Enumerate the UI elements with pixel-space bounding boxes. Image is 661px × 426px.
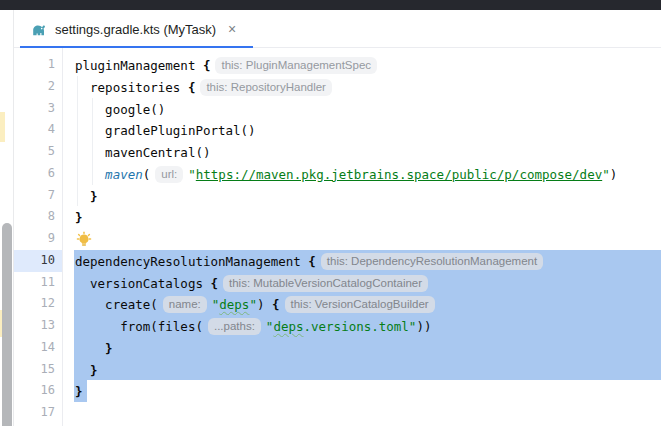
code-token: ( (143, 167, 151, 182)
code-token: } (75, 384, 83, 399)
warning-stripe-marker (0, 112, 5, 142)
code-token: } (90, 363, 98, 378)
inlay-hint: this: DependencyResolutionManagement (321, 253, 543, 270)
code-token: mavenCentral() (75, 145, 210, 160)
code-token: } (90, 189, 98, 204)
code-token: deps (273, 319, 303, 334)
code-token: { (203, 58, 211, 73)
inlay-hint: this: RepositoryHandler (200, 79, 332, 96)
inlay-hint: url: (155, 166, 183, 183)
adjacent-panel-edge (0, 10, 14, 426)
line-number[interactable]: 8 (14, 206, 62, 228)
code-line[interactable]: google() (63, 98, 661, 120)
line-number[interactable]: 2 (14, 76, 62, 98)
code-token: " (249, 297, 257, 312)
line-number[interactable]: 16 (14, 380, 62, 402)
code-line[interactable]: } (63, 206, 661, 228)
line-number[interactable]: 13 (14, 315, 62, 337)
code-editor[interactable]: 1234567891011121314151617 pluginManageme… (14, 48, 661, 426)
code-token: ) (610, 167, 618, 182)
code-pane[interactable]: pluginManagement {this: PluginManagement… (63, 48, 661, 426)
code-token (75, 167, 105, 182)
code-line[interactable]: gradlePluginPortal() (63, 119, 661, 141)
line-number[interactable]: 4 (14, 119, 62, 141)
code-token: { (308, 254, 316, 269)
code-line[interactable] (63, 402, 661, 424)
code-token: pluginManagement (75, 58, 203, 73)
gradle-elephant-icon (30, 23, 47, 36)
inlay-hint: this: PluginManagementSpec (215, 57, 377, 74)
inlay-hint: this: VersionCatalogBuilder (285, 296, 435, 313)
code-token: } (105, 341, 113, 356)
selection-highlight (74, 337, 661, 359)
panel-scrollbar[interactable] (2, 223, 12, 426)
code-token: } (75, 210, 83, 225)
code-token: { (188, 80, 196, 95)
line-number[interactable]: 6 (14, 163, 62, 185)
code-token: { (272, 297, 280, 312)
code-line[interactable] (63, 228, 661, 250)
line-number[interactable]: 14 (14, 337, 62, 359)
selection-highlight (74, 359, 661, 381)
line-number[interactable]: 17 (14, 402, 62, 424)
window-titlebar (0, 0, 661, 10)
code-token: versionCatalogs (75, 276, 210, 291)
code-line[interactable]: } (63, 337, 661, 359)
code-token: repositories (75, 80, 188, 95)
code-token: maven (105, 167, 143, 182)
code-token: google() (75, 102, 165, 117)
gutter: 1234567891011121314151617 (14, 48, 63, 426)
code-token: ) (257, 297, 272, 312)
tab-close-icon[interactable]: × (228, 22, 236, 36)
code-line[interactable]: from(files(...paths:"deps.versions.toml"… (63, 315, 661, 337)
code-token: from(files( (75, 319, 203, 334)
line-number[interactable]: 12 (14, 293, 62, 315)
code-line[interactable]: } (63, 185, 661, 207)
code-token: .versions.toml (304, 319, 409, 334)
code-token: " (602, 167, 610, 182)
line-number[interactable]: 5 (14, 141, 62, 163)
code-line[interactable]: } (63, 380, 661, 402)
code-line[interactable]: create(name:"deps") {this: VersionCatalo… (63, 293, 661, 315)
code-line[interactable]: maven(url:"https://maven.pkg.jetbrains.s… (63, 163, 661, 185)
tab-title: settings.gradle.kts (MyTask) (55, 22, 216, 37)
code-line[interactable]: repositories {this: RepositoryHandler (63, 76, 661, 98)
code-line[interactable]: dependencyResolutionManagement {this: De… (63, 250, 661, 272)
code-token: create( (75, 297, 158, 312)
editor-tab-settings-gradle[interactable]: settings.gradle.kts (MyTask) × (20, 10, 253, 48)
line-number[interactable]: 10 (14, 250, 62, 272)
code-line[interactable]: pluginManagement {this: PluginManagement… (63, 54, 661, 76)
line-number[interactable]: 11 (14, 272, 62, 294)
code-line[interactable]: mavenCentral() (63, 141, 661, 163)
inlay-hint: this: MutableVersionCatalogContainer (223, 275, 428, 292)
code-token (75, 363, 90, 378)
code-token (75, 341, 105, 356)
code-token: dependencyResolutionManagement (75, 254, 308, 269)
line-number[interactable]: 15 (14, 359, 62, 381)
line-number[interactable]: 1 (14, 54, 62, 76)
line-number[interactable]: 7 (14, 185, 62, 207)
inlay-hint: name: (163, 296, 207, 313)
code-token: )) (416, 319, 431, 334)
code-line[interactable]: versionCatalogs {this: MutableVersionCat… (63, 272, 661, 294)
code-token: gradlePluginPortal() (75, 123, 256, 138)
code-token: https://maven.pkg.jetbrains.space/public… (196, 167, 602, 182)
line-number[interactable]: 9 (14, 228, 62, 250)
code-token: " (188, 167, 196, 182)
code-token: deps (219, 297, 249, 312)
inlay-hint: ...paths: (208, 318, 261, 335)
line-number[interactable]: 3 (14, 98, 62, 120)
code-line[interactable]: } (63, 359, 661, 381)
editor-tab-bar: settings.gradle.kts (MyTask) × (14, 10, 661, 48)
code-token: { (210, 276, 218, 291)
code-token (75, 189, 90, 204)
